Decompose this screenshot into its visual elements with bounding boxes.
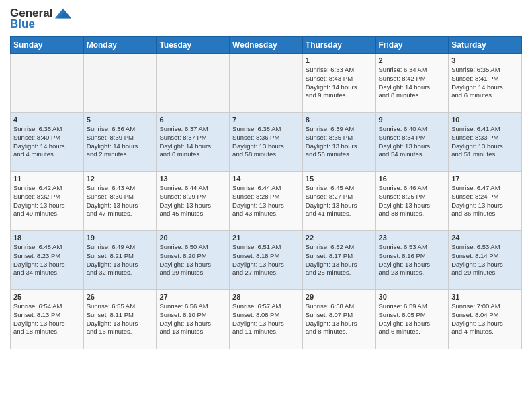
- day-number: 25: [13, 293, 81, 301]
- day-number: 8: [306, 116, 373, 124]
- calendar-table: SundayMondayTuesdayWednesdayThursdayFrid…: [10, 36, 522, 349]
- day-info: Sunrise: 6:42 AM Sunset: 8:32 PM Dayligh…: [13, 184, 81, 218]
- calendar-day-21: 21Sunrise: 6:51 AM Sunset: 8:18 PM Dayli…: [230, 231, 303, 290]
- calendar-day-25: 25Sunrise: 6:54 AM Sunset: 8:13 PM Dayli…: [11, 290, 84, 349]
- logo: General Blue: [10, 7, 73, 31]
- day-info: Sunrise: 7:00 AM Sunset: 8:04 PM Dayligh…: [451, 302, 519, 336]
- calendar-day-15: 15Sunrise: 6:45 AM Sunset: 8:27 PM Dayli…: [302, 172, 375, 231]
- calendar-day-12: 12Sunrise: 6:43 AM Sunset: 8:30 PM Dayli…: [83, 172, 157, 231]
- calendar-empty-cell: [83, 54, 157, 113]
- weekday-header-friday: Friday: [375, 37, 449, 54]
- day-number: 18: [13, 234, 81, 242]
- day-info: Sunrise: 6:43 AM Sunset: 8:30 PM Dayligh…: [87, 184, 154, 218]
- calendar-day-11: 11Sunrise: 6:42 AM Sunset: 8:32 PM Dayli…: [11, 172, 84, 231]
- day-info: Sunrise: 6:38 AM Sunset: 8:36 PM Dayligh…: [232, 125, 300, 159]
- calendar-day-9: 9Sunrise: 6:40 AM Sunset: 8:34 PM Daylig…: [375, 113, 449, 172]
- day-number: 22: [306, 234, 373, 242]
- weekday-header-wednesday: Wednesday: [230, 37, 303, 54]
- day-info: Sunrise: 6:34 AM Sunset: 8:42 PM Dayligh…: [379, 66, 446, 100]
- day-info: Sunrise: 6:58 AM Sunset: 8:07 PM Dayligh…: [306, 302, 373, 336]
- calendar-week-row: 4Sunrise: 6:35 AM Sunset: 8:40 PM Daylig…: [11, 113, 522, 172]
- day-number: 15: [306, 175, 373, 183]
- day-info: Sunrise: 6:44 AM Sunset: 8:29 PM Dayligh…: [159, 184, 226, 218]
- day-number: 21: [232, 234, 300, 242]
- day-number: 7: [232, 116, 300, 124]
- day-info: Sunrise: 6:56 AM Sunset: 8:10 PM Dayligh…: [159, 302, 226, 336]
- day-number: 6: [159, 116, 226, 124]
- logo-blue-text: Blue: [10, 17, 35, 31]
- weekday-header-saturday: Saturday: [449, 37, 522, 54]
- calendar-day-13: 13Sunrise: 6:44 AM Sunset: 8:29 PM Dayli…: [157, 172, 230, 231]
- calendar-week-row: 11Sunrise: 6:42 AM Sunset: 8:32 PM Dayli…: [11, 172, 522, 231]
- day-number: 19: [87, 234, 154, 242]
- calendar-day-18: 18Sunrise: 6:48 AM Sunset: 8:23 PM Dayli…: [11, 231, 84, 290]
- day-number: 30: [379, 293, 446, 301]
- day-info: Sunrise: 6:40 AM Sunset: 8:34 PM Dayligh…: [379, 125, 446, 159]
- calendar-day-3: 3Sunrise: 6:35 AM Sunset: 8:41 PM Daylig…: [449, 54, 522, 113]
- calendar-day-8: 8Sunrise: 6:39 AM Sunset: 8:35 PM Daylig…: [302, 113, 375, 172]
- day-number: 16: [379, 175, 446, 183]
- calendar-day-20: 20Sunrise: 6:50 AM Sunset: 8:20 PM Dayli…: [157, 231, 230, 290]
- day-info: Sunrise: 6:36 AM Sunset: 8:39 PM Dayligh…: [87, 125, 154, 159]
- calendar-empty-cell: [230, 54, 303, 113]
- calendar-day-30: 30Sunrise: 6:59 AM Sunset: 8:05 PM Dayli…: [375, 290, 449, 349]
- day-info: Sunrise: 6:35 AM Sunset: 8:41 PM Dayligh…: [451, 66, 519, 100]
- day-info: Sunrise: 6:59 AM Sunset: 8:05 PM Dayligh…: [379, 302, 446, 336]
- page-header: General Blue: [10, 7, 522, 31]
- day-info: Sunrise: 6:54 AM Sunset: 8:13 PM Dayligh…: [13, 302, 81, 336]
- day-number: 14: [232, 175, 300, 183]
- weekday-header-tuesday: Tuesday: [157, 37, 230, 54]
- calendar-day-14: 14Sunrise: 6:44 AM Sunset: 8:28 PM Dayli…: [230, 172, 303, 231]
- day-info: Sunrise: 6:51 AM Sunset: 8:18 PM Dayligh…: [232, 243, 300, 277]
- calendar-week-row: 25Sunrise: 6:54 AM Sunset: 8:13 PM Dayli…: [11, 290, 522, 349]
- day-info: Sunrise: 6:48 AM Sunset: 8:23 PM Dayligh…: [13, 243, 81, 277]
- day-number: 4: [13, 116, 81, 124]
- day-info: Sunrise: 6:57 AM Sunset: 8:08 PM Dayligh…: [232, 302, 300, 336]
- day-number: 27: [159, 293, 226, 301]
- day-info: Sunrise: 6:46 AM Sunset: 8:25 PM Dayligh…: [379, 184, 446, 218]
- weekday-header-sunday: Sunday: [11, 37, 84, 54]
- day-info: Sunrise: 6:47 AM Sunset: 8:24 PM Dayligh…: [451, 184, 519, 218]
- day-number: 10: [451, 116, 519, 124]
- day-number: 5: [87, 116, 154, 124]
- day-info: Sunrise: 6:45 AM Sunset: 8:27 PM Dayligh…: [306, 184, 373, 218]
- day-number: 31: [451, 293, 519, 301]
- day-number: 3: [451, 56, 519, 64]
- day-info: Sunrise: 6:33 AM Sunset: 8:43 PM Dayligh…: [306, 66, 373, 100]
- day-info: Sunrise: 6:52 AM Sunset: 8:17 PM Dayligh…: [306, 243, 373, 277]
- weekday-header-monday: Monday: [83, 37, 157, 54]
- calendar-day-16: 16Sunrise: 6:46 AM Sunset: 8:25 PM Dayli…: [375, 172, 449, 231]
- calendar-day-2: 2Sunrise: 6:34 AM Sunset: 8:42 PM Daylig…: [375, 54, 449, 113]
- day-number: 20: [159, 234, 226, 242]
- day-info: Sunrise: 6:53 AM Sunset: 8:16 PM Dayligh…: [379, 243, 446, 277]
- day-number: 26: [87, 293, 154, 301]
- day-number: 28: [232, 293, 300, 301]
- calendar-day-24: 24Sunrise: 6:53 AM Sunset: 8:14 PM Dayli…: [449, 231, 522, 290]
- calendar-day-22: 22Sunrise: 6:52 AM Sunset: 8:17 PM Dayli…: [302, 231, 375, 290]
- calendar-day-5: 5Sunrise: 6:36 AM Sunset: 8:39 PM Daylig…: [83, 113, 157, 172]
- day-number: 12: [87, 175, 154, 183]
- day-info: Sunrise: 6:53 AM Sunset: 8:14 PM Dayligh…: [451, 243, 519, 277]
- day-info: Sunrise: 6:55 AM Sunset: 8:11 PM Dayligh…: [87, 302, 154, 336]
- calendar-day-17: 17Sunrise: 6:47 AM Sunset: 8:24 PM Dayli…: [449, 172, 522, 231]
- day-number: 24: [451, 234, 519, 242]
- day-number: 11: [13, 175, 81, 183]
- calendar-week-row: 18Sunrise: 6:48 AM Sunset: 8:23 PM Dayli…: [11, 231, 522, 290]
- calendar-day-28: 28Sunrise: 6:57 AM Sunset: 8:08 PM Dayli…: [230, 290, 303, 349]
- calendar-day-26: 26Sunrise: 6:55 AM Sunset: 8:11 PM Dayli…: [83, 290, 157, 349]
- calendar-day-4: 4Sunrise: 6:35 AM Sunset: 8:40 PM Daylig…: [11, 113, 84, 172]
- calendar-week-row: 1Sunrise: 6:33 AM Sunset: 8:43 PM Daylig…: [11, 54, 522, 113]
- day-number: 17: [451, 175, 519, 183]
- day-info: Sunrise: 6:50 AM Sunset: 8:20 PM Dayligh…: [159, 243, 226, 277]
- day-number: 2: [379, 56, 446, 64]
- day-info: Sunrise: 6:49 AM Sunset: 8:21 PM Dayligh…: [87, 243, 154, 277]
- weekday-header-thursday: Thursday: [302, 37, 375, 54]
- calendar-day-19: 19Sunrise: 6:49 AM Sunset: 8:21 PM Dayli…: [83, 231, 157, 290]
- calendar-day-27: 27Sunrise: 6:56 AM Sunset: 8:10 PM Dayli…: [157, 290, 230, 349]
- logo-icon: [54, 7, 73, 20]
- day-info: Sunrise: 6:37 AM Sunset: 8:37 PM Dayligh…: [159, 125, 226, 159]
- day-number: 9: [379, 116, 446, 124]
- calendar-day-7: 7Sunrise: 6:38 AM Sunset: 8:36 PM Daylig…: [230, 113, 303, 172]
- day-number: 29: [306, 293, 373, 301]
- day-number: 23: [379, 234, 446, 242]
